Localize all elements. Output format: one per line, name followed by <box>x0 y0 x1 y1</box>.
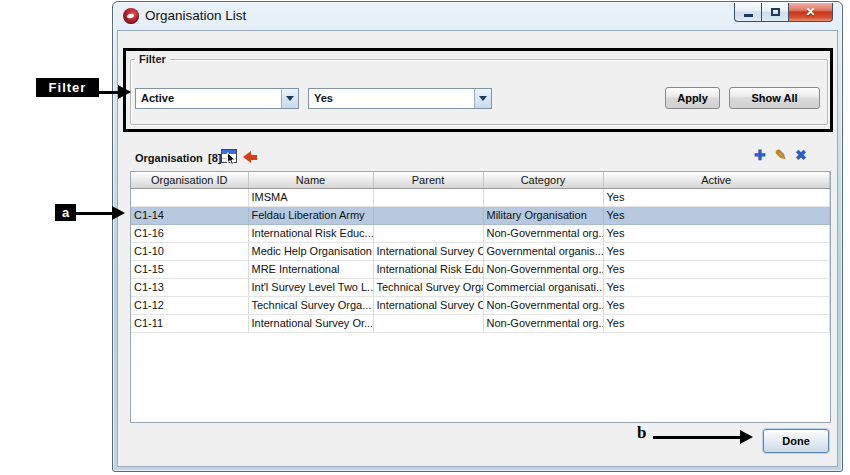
table-cell: Technical Survey Orga... <box>373 278 483 296</box>
apply-button[interactable]: Apply <box>665 87 720 109</box>
table-cell: Int'l Survey Level Two L... <box>248 278 373 296</box>
maximize-button[interactable] <box>761 3 789 22</box>
annotation-arrowhead-filter <box>118 85 131 99</box>
annotation-arrow-a <box>76 212 112 215</box>
column-header[interactable]: Name <box>248 172 373 188</box>
window-title: Organisation List <box>145 8 246 23</box>
filter-value-value: Yes <box>309 89 474 108</box>
table-cell <box>373 314 483 332</box>
chevron-down-icon[interactable] <box>281 89 298 108</box>
organisation-label: Organisation <box>135 152 203 164</box>
organisation-table-scrollpane[interactable]: Organisation IDNameParentCategoryActive … <box>130 171 831 423</box>
imsma-logo-icon <box>123 8 139 24</box>
table-cell: MRE International <box>248 260 373 278</box>
table-cell: Feldau Liberation Army <box>248 206 373 224</box>
annotation-a-label: a <box>55 204 76 221</box>
filter-group-title: Filter <box>135 53 170 65</box>
column-header[interactable]: Active <box>603 172 830 188</box>
table-cell: C1-14 <box>131 206 248 224</box>
column-header[interactable]: Category <box>483 172 603 188</box>
minimize-icon <box>744 14 753 17</box>
table-cell: C1-13 <box>131 278 248 296</box>
table-cell: Military Organisation <box>483 206 603 224</box>
triangle-glyph <box>479 96 487 101</box>
table-row[interactable]: C1-11International Survey Or...Non-Gover… <box>131 314 830 332</box>
chevron-down-icon[interactable] <box>474 89 491 108</box>
table-cell: C1-12 <box>131 296 248 314</box>
close-button[interactable]: ✕ <box>788 3 833 22</box>
mouse-cursor-icon <box>226 152 237 166</box>
table-cell: International Risk Educ... <box>248 224 373 242</box>
table-row[interactable]: C1-16International Risk Educ...Non-Gover… <box>131 224 830 242</box>
table-cell: Medic Help Organisation <box>248 242 373 260</box>
table-cell: Yes <box>603 188 830 206</box>
table-cell: International Survey Or... <box>248 314 373 332</box>
minimize-button[interactable] <box>734 3 762 22</box>
table-cell: Yes <box>603 314 830 332</box>
table-row[interactable]: C1-14Feldau Liberation ArmyMilitary Orga… <box>131 206 830 224</box>
back-arrow-icon[interactable] <box>243 151 259 163</box>
table-header-row: Organisation IDNameParentCategoryActive <box>131 172 830 188</box>
table-cell: C1-10 <box>131 242 248 260</box>
table-view-icon[interactable] <box>221 149 237 163</box>
annotation-b-label: b <box>637 423 646 443</box>
triangle-glyph <box>286 96 294 101</box>
show-all-button[interactable]: Show All <box>729 87 820 109</box>
column-header[interactable]: Organisation ID <box>131 172 248 188</box>
screenshot: Organisation List ✕ Filter Active Yes Ap… <box>0 0 850 475</box>
annotation-arrowhead-a <box>112 206 125 220</box>
table-cell <box>483 188 603 206</box>
titlebar[interactable]: Organisation List ✕ <box>113 2 842 30</box>
close-icon: ✕ <box>805 5 815 19</box>
edit-icon[interactable]: ✎ <box>775 147 787 163</box>
arrow-head <box>243 151 251 163</box>
table-row[interactable]: C1-15MRE InternationalInternational Risk… <box>131 260 830 278</box>
table-cell: Technical Survey Orga... <box>248 296 373 314</box>
table-cell: Yes <box>603 242 830 260</box>
window-controls: ✕ <box>735 3 833 22</box>
table-cell: Yes <box>603 260 830 278</box>
table-cell: Commercial organisati... <box>483 278 603 296</box>
table-cell <box>373 188 483 206</box>
annotation-arrow-b <box>653 436 740 439</box>
table-row[interactable]: C1-12Technical Survey Orga...Internation… <box>131 296 830 314</box>
table-cell: Yes <box>603 224 830 242</box>
table-cell: Yes <box>603 206 830 224</box>
table-cell: Yes <box>603 278 830 296</box>
org-table-body: IMSMAYesC1-14Feldau Liberation ArmyMilit… <box>131 188 830 332</box>
table-cell: Non-Governmental org... <box>483 260 603 278</box>
table-cell: International Survey Or... <box>373 242 483 260</box>
table-row[interactable]: C1-10Medic Help OrganisationInternationa… <box>131 242 830 260</box>
filter-field-combo[interactable]: Active <box>135 88 299 109</box>
table-cell: C1-11 <box>131 314 248 332</box>
annotation-arrowhead-b <box>740 430 753 444</box>
column-header[interactable]: Parent <box>373 172 483 188</box>
filter-field-value: Active <box>136 89 281 108</box>
annotation-arrow-filter <box>99 91 118 94</box>
add-icon[interactable]: ✚ <box>754 147 766 163</box>
table-cell: C1-16 <box>131 224 248 242</box>
done-button[interactable]: Done <box>763 429 829 453</box>
table-cell <box>373 206 483 224</box>
table-cell: Non-Governmental org... <box>483 296 603 314</box>
table-cell: Non-Governmental org... <box>483 224 603 242</box>
organisation-table: Organisation IDNameParentCategoryActive … <box>131 172 830 333</box>
table-cell: IMSMA <box>248 188 373 206</box>
arrow-bar <box>251 155 257 160</box>
filter-value-combo[interactable]: Yes <box>308 88 492 109</box>
table-cell: International Survey Or... <box>373 296 483 314</box>
table-row[interactable]: C1-13Int'l Survey Level Two L...Technica… <box>131 278 830 296</box>
table-cell: Governmental organis... <box>483 242 603 260</box>
organisation-count: [8] <box>208 152 221 164</box>
table-cell: Non-Governmental org... <box>483 314 603 332</box>
maximize-icon <box>771 8 780 16</box>
dialog-content: Filter Active Yes Apply Show All Organis… <box>117 30 838 467</box>
table-cell: International Risk Educ... <box>373 260 483 278</box>
table-cell: Yes <box>603 296 830 314</box>
table-cell <box>373 224 483 242</box>
organisation-list-window: Organisation List ✕ Filter Active Yes Ap… <box>112 1 843 472</box>
table-row[interactable]: IMSMAYes <box>131 188 830 206</box>
table-cell: C1-15 <box>131 260 248 278</box>
delete-icon[interactable]: ✖ <box>795 147 807 163</box>
table-cell <box>131 188 248 206</box>
